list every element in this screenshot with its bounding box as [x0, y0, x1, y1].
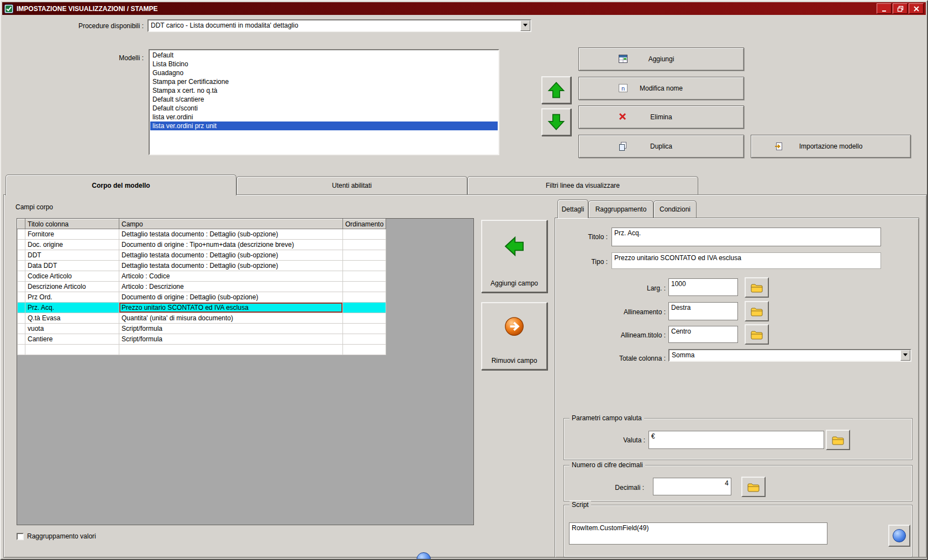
cell-campo[interactable]: Articolo : Descrizione	[119, 282, 343, 292]
model-move-down-button[interactable]	[541, 108, 571, 136]
cell-titolo[interactable]	[25, 345, 119, 355]
tab-dettagli[interactable]: Dettagli	[557, 199, 588, 218]
table-row[interactable]: FornitoreDettaglio testata documento : D…	[18, 229, 386, 240]
cell-ordinamento[interactable]	[343, 292, 386, 303]
restore-button[interactable]	[893, 3, 908, 14]
row-indicator-cell[interactable]	[18, 271, 25, 282]
script-edit-button[interactable]	[888, 525, 910, 547]
importazione-modello-button[interactable]: Importazione modello	[751, 135, 911, 158]
decimali-input[interactable]: 4	[653, 478, 731, 495]
rimuovi-campo-button[interactable]: Rimuovi campo	[481, 302, 547, 370]
modelli-item[interactable]: lista ver.ordini	[150, 113, 498, 121]
cell-titolo[interactable]: DDT	[25, 250, 119, 261]
row-indicator-cell[interactable]	[18, 324, 25, 334]
row-indicator-cell[interactable]	[18, 261, 25, 271]
row-indicator-cell[interactable]	[18, 303, 25, 313]
cell-campo[interactable]: Script/formula	[119, 334, 343, 345]
totale-colonna-dropdown-button[interactable]	[900, 350, 910, 361]
row-indicator-cell[interactable]	[18, 313, 25, 324]
header-ordinamento[interactable]: Ordinamento	[343, 219, 386, 229]
minimize-button[interactable]	[877, 3, 892, 14]
titolo-input[interactable]: Prz. Acq.	[611, 228, 881, 246]
modelli-item[interactable]: Stampa per Certificazione	[150, 77, 498, 86]
cell-campo[interactable]: Dettaglio testata documento : Dettaglio …	[119, 229, 343, 240]
cell-campo[interactable]: Articolo : Codice	[119, 271, 343, 282]
elimina-button[interactable]: Elimina	[578, 105, 744, 129]
table-row[interactable]: Codice ArticoloArticolo : Codice	[18, 271, 386, 282]
row-indicator-cell[interactable]	[18, 334, 25, 345]
cell-titolo[interactable]: Prz Ord.	[25, 292, 119, 303]
row-indicator-cell[interactable]	[18, 240, 25, 250]
cell-ordinamento[interactable]	[343, 313, 386, 324]
valuta-input[interactable]: €	[648, 431, 824, 449]
tab-condizioni[interactable]: Condizioni	[653, 200, 697, 218]
cell-titolo[interactable]: Doc. origine	[25, 240, 119, 250]
table-row[interactable]: Q.tà EvasaQuantita' (unita' di misura do…	[18, 313, 386, 324]
cell-campo[interactable]: Documento di origine : Dettaglio (sub-op…	[119, 292, 343, 303]
cell-ordinamento[interactable]	[343, 282, 386, 292]
cell-campo[interactable]: Prezzo unitario SCONTATO ed IVA esclusa	[119, 303, 343, 313]
cell-titolo[interactable]: Descrizione Articolo	[25, 282, 119, 292]
cell-titolo[interactable]: Fornitore	[25, 229, 119, 240]
allineam-titolo-input[interactable]: Centro	[668, 326, 738, 343]
tab-filtri-linee[interactable]: Filtri linee da visualizzare	[467, 176, 698, 194]
procedure-combobox[interactable]: DDT carico - Lista documenti in modalita…	[147, 19, 531, 32]
cell-ordinamento[interactable]	[343, 271, 386, 282]
cell-ordinamento[interactable]	[343, 345, 386, 355]
modelli-listbox[interactable]: DefaultLista BticinoGuadagnoStampa per C…	[149, 49, 499, 155]
table-row[interactable]: Doc. origineDocumento di origine : Tipo+…	[18, 240, 386, 250]
aggiungi-campo-button[interactable]: Aggiungi campo	[481, 220, 547, 293]
cell-ordinamento[interactable]	[343, 303, 386, 313]
modifica-nome-button[interactable]: n Modifica nome	[578, 77, 744, 100]
cell-campo[interactable]	[119, 345, 343, 355]
cell-titolo[interactable]: vuota	[25, 324, 119, 334]
tab-raggruppamento[interactable]: Raggruppamento	[588, 200, 653, 218]
cell-titolo[interactable]: Q.tà Evasa	[25, 313, 119, 324]
totale-colonna-combobox[interactable]: Somma	[668, 349, 911, 362]
cell-titolo[interactable]: Cantiere	[25, 334, 119, 345]
tab-corpo-del-modello[interactable]: Corpo del modello	[6, 175, 236, 196]
procedure-dropdown-button[interactable]	[520, 20, 530, 31]
cell-campo[interactable]: Script/formula	[119, 324, 343, 334]
cell-ordinamento[interactable]	[343, 261, 386, 271]
table-row[interactable]: Prz. Acq.Prezzo unitario SCONTATO ed IVA…	[18, 303, 386, 313]
allineamento-folder-button[interactable]	[745, 301, 769, 321]
table-row[interactable]: Prz Ord.Documento di origine : Dettaglio…	[18, 292, 386, 303]
table-row[interactable]: DDTDettaglio testata documento : Dettagl…	[18, 250, 386, 261]
valuta-folder-button[interactable]	[826, 430, 850, 450]
larg-input[interactable]: 1000	[668, 278, 738, 296]
cell-campo[interactable]: Quantita' (unita' di misura documento)	[119, 313, 343, 324]
decimali-folder-button[interactable]	[741, 477, 766, 497]
close-button[interactable]	[909, 3, 924, 14]
row-indicator-cell[interactable]	[18, 345, 25, 355]
allineamento-input[interactable]: Destra	[668, 302, 738, 320]
table-row[interactable]: vuotaScript/formula	[18, 324, 386, 334]
raggruppamento-valori-checkbox[interactable]	[17, 533, 24, 540]
model-move-up-button[interactable]	[541, 76, 571, 104]
cell-ordinamento[interactable]	[343, 324, 386, 334]
allineam-titolo-folder-button[interactable]	[745, 324, 769, 345]
cell-campo[interactable]: Dettaglio testata documento : Dettaglio …	[119, 250, 343, 261]
duplica-button[interactable]: Duplica	[578, 135, 744, 158]
cell-titolo[interactable]: Codice Articolo	[25, 271, 119, 282]
cell-ordinamento[interactable]	[343, 250, 386, 261]
table-row[interactable]: Descrizione ArticoloArticolo : Descrizio…	[18, 282, 386, 292]
modelli-item[interactable]: lista ver.ordini prz unit	[150, 121, 498, 130]
header-campo[interactable]: Campo	[119, 219, 343, 229]
modelli-item[interactable]: Stampa x cert. no q.tà	[150, 86, 498, 95]
header-titolo-colonna[interactable]: Titolo colonna	[25, 219, 119, 229]
table-row[interactable]: CantiereScript/formula	[18, 334, 386, 345]
row-indicator-cell[interactable]	[18, 282, 25, 292]
table-row[interactable]: Data DDTDettaglio testata documento : De…	[18, 261, 386, 271]
cell-ordinamento[interactable]	[343, 240, 386, 250]
cell-titolo[interactable]: Data DDT	[25, 261, 119, 271]
cell-titolo[interactable]: Prz. Acq.	[25, 303, 119, 313]
table-row[interactable]	[18, 345, 386, 355]
cell-ordinamento[interactable]	[343, 334, 386, 345]
larg-folder-button[interactable]	[745, 277, 769, 298]
modelli-item[interactable]: Default	[150, 51, 498, 60]
row-indicator-cell[interactable]	[18, 250, 25, 261]
modelli-item[interactable]: Lista Bticino	[150, 60, 498, 68]
row-indicator-cell[interactable]	[18, 229, 25, 240]
modelli-item[interactable]: Default s/cantiere	[150, 95, 498, 104]
